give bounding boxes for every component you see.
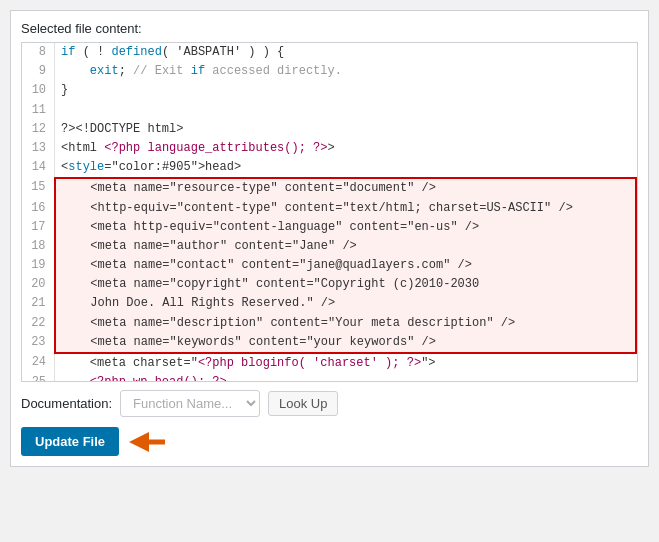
line-content: <meta name="resource-type" content="docu…	[55, 178, 636, 198]
update-row: Update File	[21, 427, 638, 456]
line-content	[55, 101, 636, 120]
table-row: 25 <?php wp_head(); ?>	[22, 373, 636, 382]
line-number: 18	[22, 237, 55, 256]
line-number: 21	[22, 294, 55, 313]
line-content: <meta name="description" content="Your m…	[55, 314, 636, 333]
line-number: 8	[22, 43, 55, 62]
table-row: 12?><!DOCTYPE html>	[22, 120, 636, 139]
table-row: 23 <meta name="keywords" content="your k…	[22, 333, 636, 353]
arrow-indicator	[129, 432, 169, 452]
main-container: Selected file content: 8if ( ! defined( …	[10, 10, 649, 467]
table-row: 18 <meta name="author" content="Jane" />	[22, 237, 636, 256]
table-row: 11	[22, 101, 636, 120]
code-editor[interactable]: 8if ( ! defined( 'ABSPATH' ) ) {9 exit; …	[21, 42, 638, 382]
line-number: 15	[22, 178, 55, 198]
line-number: 19	[22, 256, 55, 275]
line-number: 10	[22, 81, 55, 100]
documentation-bar: Documentation: Function Name... Look Up	[21, 390, 638, 417]
table-row: 22 <meta name="description" content="You…	[22, 314, 636, 333]
line-number: 22	[22, 314, 55, 333]
line-content: }	[55, 81, 636, 100]
line-number: 17	[22, 218, 55, 237]
table-row: 24 <meta charset="<?php bloginfo( 'chars…	[22, 353, 636, 373]
line-content: <?php wp_head(); ?>	[55, 373, 636, 382]
line-number: 12	[22, 120, 55, 139]
line-number: 14	[22, 158, 55, 178]
line-content: <meta name="keywords" content="your keyw…	[55, 333, 636, 353]
table-row: 21 John Doe. All Rights Reserved." />	[22, 294, 636, 313]
line-content: John Doe. All Rights Reserved." />	[55, 294, 636, 313]
line-number: 11	[22, 101, 55, 120]
line-content: ?><!DOCTYPE html>	[55, 120, 636, 139]
line-content: if ( ! defined( 'ABSPATH' ) ) {	[55, 43, 636, 62]
table-row: 16 <http-equiv="content-type" content="t…	[22, 199, 636, 218]
function-name-select[interactable]: Function Name...	[120, 390, 260, 417]
line-number: 25	[22, 373, 55, 382]
table-row: 14<style="color:#905">head>	[22, 158, 636, 178]
table-row: 8if ( ! defined( 'ABSPATH' ) ) {	[22, 43, 636, 62]
line-number: 16	[22, 199, 55, 218]
line-content: <style="color:#905">head>	[55, 158, 636, 178]
table-row: 10}	[22, 81, 636, 100]
table-row: 15 <meta name="resource-type" content="d…	[22, 178, 636, 198]
line-content: <meta http-equiv="content-language" cont…	[55, 218, 636, 237]
line-number: 24	[22, 353, 55, 373]
line-number: 9	[22, 62, 55, 81]
line-content: <meta name="copyright" content="Copyrigh…	[55, 275, 636, 294]
code-table: 8if ( ! defined( 'ABSPATH' ) ) {9 exit; …	[22, 43, 637, 382]
line-number: 23	[22, 333, 55, 353]
table-row: 13<html <?php language_attributes(); ?>>	[22, 139, 636, 158]
line-content: <meta charset="<?php bloginfo( 'charset'…	[55, 353, 636, 373]
line-number: 13	[22, 139, 55, 158]
line-content: exit; // Exit if accessed directly.	[55, 62, 636, 81]
line-number: 20	[22, 275, 55, 294]
table-row: 17 <meta http-equiv="content-language" c…	[22, 218, 636, 237]
line-content: <http-equiv="content-type" content="text…	[55, 199, 636, 218]
line-content: <meta name="contact" content="jane@quadl…	[55, 256, 636, 275]
table-row: 9 exit; // Exit if accessed directly.	[22, 62, 636, 81]
documentation-label: Documentation:	[21, 396, 112, 411]
table-row: 19 <meta name="contact" content="jane@qu…	[22, 256, 636, 275]
update-file-button[interactable]: Update File	[21, 427, 119, 456]
look-up-button[interactable]: Look Up	[268, 391, 338, 416]
table-row: 20 <meta name="copyright" content="Copyr…	[22, 275, 636, 294]
line-content: <meta name="author" content="Jane" />	[55, 237, 636, 256]
section-label: Selected file content:	[21, 21, 638, 36]
line-content: <html <?php language_attributes(); ?>>	[55, 139, 636, 158]
